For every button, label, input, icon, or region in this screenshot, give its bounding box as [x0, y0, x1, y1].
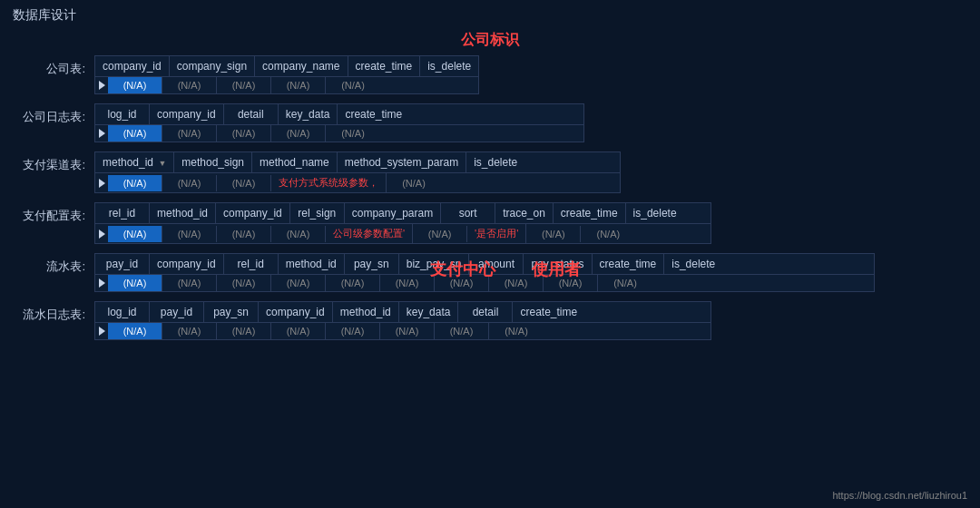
row-indicator	[95, 78, 108, 93]
payment-channel-row: 支付渠道表: method_id ▼ method_sign method_na…	[13, 151, 967, 193]
th-create-time8: create_time	[513, 302, 584, 322]
th-log-id: log_id	[95, 104, 150, 124]
payment-channel-body: (N/A) (N/A) (N/A) 支付方式系统级参数， (N/A)	[95, 173, 620, 192]
th-company-id2: company_id	[150, 104, 224, 124]
td-log-id: (N/A)	[108, 125, 162, 142]
td-key-data2: (N/A)	[380, 323, 435, 339]
th-create-time2: create_time	[338, 104, 409, 124]
th-rel-id2: rel_id	[224, 254, 279, 274]
flow-overlap-labels: 支付中心 使用者	[430, 259, 581, 280]
td-create-time3: (N/A)	[326, 125, 380, 142]
page-title: 数据库设计	[0, 0, 980, 27]
company-table-body: (N/A) (N/A) (N/A) (N/A) (N/A)	[95, 77, 478, 93]
company-table-header: company_id company_sign company_name cre…	[95, 56, 478, 77]
th-is-delete4: is_delete	[626, 203, 684, 223]
td-pay-sn2: (N/A)	[217, 323, 271, 339]
th-pay-id: pay_id	[95, 254, 150, 274]
th-create-time4: create_time	[554, 203, 626, 223]
td-log-id2: (N/A)	[108, 323, 162, 339]
th-company-param: company_param	[345, 203, 441, 223]
td-is-delete7: (N/A)	[598, 275, 652, 291]
td-sort: (N/A)	[413, 226, 467, 242]
flow-log-header: log_id pay_id pay_sn company_id method_i…	[95, 302, 710, 323]
td-method-system-param: 支付方式系统级参数，	[271, 173, 387, 192]
td-method-name: (N/A)	[217, 175, 271, 191]
th-detail: detail	[224, 104, 279, 124]
th-method-system-param: method_system_param	[338, 152, 466, 172]
td-pay-id3: (N/A)	[162, 323, 217, 339]
company-table-wrapper: company_id company_sign company_name cre…	[94, 55, 967, 94]
td-biz-pay-sn: (N/A)	[380, 275, 435, 291]
payment-config-label: 支付配置表:	[13, 202, 94, 224]
td-key-data: (N/A)	[271, 125, 326, 142]
th-company-id4: company_id	[216, 203, 290, 223]
row-indicator3	[95, 176, 108, 190]
td-company-name: (N/A)	[217, 77, 271, 93]
td-company-id5: (N/A)	[217, 226, 271, 242]
main-container: 公司表: company_id company_sign company_nam…	[0, 55, 980, 340]
th-key-data: key_data	[279, 104, 338, 124]
company-log-header: log_id company_id detail key_data create…	[95, 104, 583, 125]
th-method-id: method_id ▼	[95, 152, 174, 172]
td-company-id: (N/A)	[108, 77, 162, 93]
td-method-id: (N/A)	[108, 175, 162, 191]
payment-config-row: 支付配置表: rel_id method_id company_id rel_s…	[13, 202, 967, 244]
td-rel-id: (N/A)	[108, 226, 162, 242]
row-indicator2	[95, 126, 108, 141]
th-detail2: detail	[458, 302, 513, 322]
flow-log-table: log_id pay_id pay_sn company_id method_i…	[94, 301, 711, 340]
th-sort: sort	[441, 203, 495, 223]
td-trace-on: '是否启用'	[467, 224, 526, 243]
flow-log-wrapper: log_id pay_id pay_sn company_id method_i…	[94, 301, 967, 340]
flow-log-row: 流水日志表: log_id pay_id pay_sn company_id m…	[13, 301, 967, 340]
th-method-id2: method_id	[150, 203, 216, 223]
company-table-label: 公司表:	[13, 55, 94, 77]
td-is-delete3: (N/A)	[387, 175, 441, 191]
th-rel-id: rel_id	[95, 203, 150, 223]
th-pay-sn: pay_sn	[345, 254, 399, 274]
payment-config-wrapper: rel_id method_id company_id rel_sign com…	[94, 202, 967, 244]
th-company-id8: company_id	[259, 302, 333, 322]
td-company-id7: (N/A)	[162, 275, 217, 291]
flow-overlap-label-user: 使用者	[532, 259, 581, 280]
th-method-name: method_name	[252, 152, 338, 172]
th-pay-id2: pay_id	[150, 302, 204, 322]
th-create-time6: create_time	[593, 254, 665, 274]
row-indicator5	[95, 276, 108, 290]
company-table: company_id company_sign company_name cre…	[94, 55, 479, 94]
flow-table-label: 流水表:	[13, 253, 94, 275]
payment-config-body: (N/A) (N/A) (N/A) (N/A) 公司级参数配置' (N/A) '…	[95, 224, 710, 243]
company-log-table-row: 公司日志表: log_id company_id detail key_data…	[13, 103, 967, 142]
td-method-id3: (N/A)	[162, 226, 217, 242]
td-method-id5: (N/A)	[271, 275, 326, 291]
th-is-delete: is_delete	[420, 56, 478, 76]
company-log-table-wrapper: log_id company_id detail key_data create…	[94, 103, 967, 142]
th-company-name: company_name	[255, 56, 348, 76]
payment-channel-label: 支付渠道表:	[13, 151, 94, 173]
td-is-delete: (N/A)	[326, 77, 380, 93]
company-log-table: log_id company_id detail key_data create…	[94, 103, 584, 142]
td-create-time5: (N/A)	[526, 226, 581, 242]
flow-overlap-label-payment: 支付中心	[430, 259, 495, 280]
th-is-delete6: is_delete	[664, 254, 722, 274]
th-pay-sn2: pay_sn	[204, 302, 259, 322]
row-indicator6	[95, 324, 108, 338]
td-create-time9: (N/A)	[489, 323, 544, 339]
td-detail: (N/A)	[217, 125, 271, 142]
th-rel-sign: rel_sign	[290, 203, 345, 223]
td-method-sign: (N/A)	[162, 175, 217, 191]
th-trace-on: trace_on	[495, 203, 554, 223]
row-indicator4	[95, 227, 108, 241]
td-company-id9: (N/A)	[271, 323, 326, 339]
th-company-id6: company_id	[150, 254, 224, 274]
td-pay-id: (N/A)	[108, 275, 162, 291]
payment-channel-wrapper: method_id ▼ method_sign method_name meth…	[94, 151, 967, 193]
company-log-label: 公司日志表:	[13, 103, 94, 125]
center-label-wrapper: 公司标识	[0, 31, 980, 50]
footer-url: https://blog.csdn.net/liuzhirou1	[832, 490, 967, 501]
td-create-time: (N/A)	[271, 77, 326, 93]
td-pay-sn: (N/A)	[326, 275, 380, 291]
td-company-param: 公司级参数配置'	[326, 224, 413, 243]
td-company-sign: (N/A)	[162, 77, 217, 93]
td-company-id3: (N/A)	[162, 125, 217, 142]
